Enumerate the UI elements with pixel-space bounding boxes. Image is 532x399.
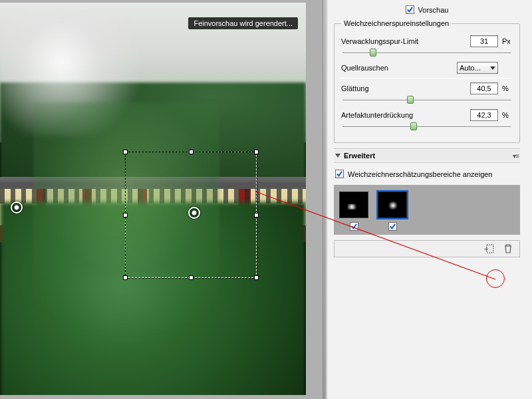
resize-handle-e[interactable] (254, 213, 259, 217)
image-canvas[interactable]: Feinvorschau wird gerendert... (0, 0, 323, 399)
blur-estimation-pin[interactable] (188, 207, 200, 219)
estimation-thumb-2[interactable] (378, 192, 407, 231)
smoothing-unit: % (502, 84, 513, 92)
preview-label: Vorschau (418, 6, 449, 14)
disclosure-triangle-icon (335, 154, 340, 158)
preview-image: Feinvorschau wird gerendert... (0, 3, 306, 395)
bounds-slider[interactable] (342, 49, 511, 58)
advanced-title: Erweitert (344, 152, 509, 160)
smoothing-slider[interactable] (342, 96, 511, 105)
show-regions-label: Weichzeichnerschätzungsbereiche anzeigen (348, 170, 493, 178)
artifact-label: Artefaktunterdrückung (341, 111, 466, 119)
smoothing-label: Glättung (341, 84, 466, 92)
flyout-menu-icon[interactable]: ▾≡ (513, 152, 519, 160)
resize-handle-n[interactable] (189, 150, 194, 154)
preview-checkbox[interactable] (406, 5, 414, 14)
bounds-input[interactable]: 31 (470, 35, 498, 47)
resize-handle-se[interactable] (254, 275, 259, 280)
artifact-slider[interactable] (342, 122, 511, 132)
noise-label: Quellrauschen (341, 64, 453, 72)
blur-trace-legend: Weichzeichnerspureinstellungen (341, 19, 452, 27)
resize-handle-s[interactable] (189, 275, 194, 280)
estimation-thumb-2-checkbox[interactable] (388, 222, 397, 231)
delete-estimation-region-button[interactable] (502, 243, 514, 255)
chevron-down-icon (490, 66, 495, 70)
show-regions-checkbox[interactable] (335, 170, 344, 178)
bounds-unit: Px (502, 37, 513, 45)
resize-handle-w[interactable] (123, 213, 128, 217)
blur-trace-group: Weichzeichnerspureinstellungen Verwacklu… (334, 19, 520, 143)
rendering-toast: Feinvorschau wird gerendert... (188, 17, 298, 29)
estimation-thumb-1[interactable] (339, 192, 368, 231)
resize-handle-nw[interactable] (123, 150, 128, 154)
advanced-section-header[interactable]: Erweitert ▾≡ (334, 148, 520, 163)
estimation-thumb-1-checkbox[interactable] (350, 222, 358, 231)
resize-handle-sw[interactable] (123, 275, 128, 280)
noise-dropdown[interactable]: Auto... (457, 62, 498, 74)
settings-panel: Vorschau Weichzeichnerspureinstellungen … (327, 0, 532, 399)
estimation-thumbnails (334, 185, 520, 235)
advanced-toolbar: + (334, 240, 520, 257)
artifact-input[interactable]: 42,3 (470, 109, 498, 121)
artifact-unit: % (502, 111, 513, 119)
smoothing-input[interactable]: 40,5 (470, 82, 498, 94)
blur-estimation-pin[interactable] (11, 201, 23, 213)
resize-handle-ne[interactable] (254, 150, 259, 154)
bounds-label: Verwacklungsspur-Limit (341, 37, 466, 45)
svg-text:+: + (484, 245, 488, 253)
add-estimation-region-button[interactable]: + (483, 243, 495, 255)
